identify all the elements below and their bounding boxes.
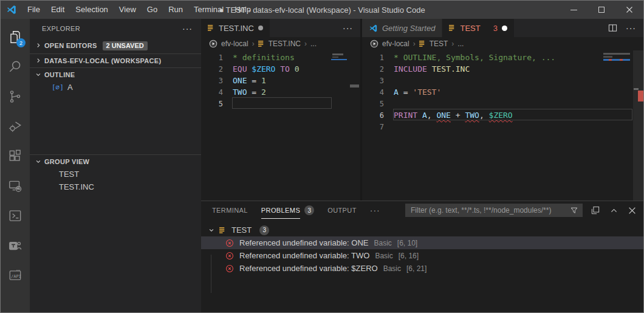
code-area-1[interactable]: 1* definitions2EQU $ZERO TO 03ONE = 14TW… — [201, 50, 360, 201]
file-lines-icon — [258, 40, 265, 47]
menu-view[interactable]: View — [114, 1, 142, 19]
problem-row[interactable]: Referenced undefined variable: ONEBasic[… — [201, 236, 643, 249]
menu-go[interactable]: Go — [142, 1, 163, 19]
api-icon: /API — [7, 267, 23, 283]
filter-input[interactable] — [411, 206, 570, 215]
panel-tabs-more-icon[interactable]: ··· — [370, 201, 380, 219]
code-line[interactable]: 4A = 'TEST' — [362, 86, 643, 98]
panel-tab-problems[interactable]: PROBLEMS 3 — [261, 201, 314, 219]
error-icon — [225, 252, 234, 260]
breadcrumb-item[interactable]: TEST — [430, 40, 448, 48]
source-control-icon — [7, 89, 23, 105]
code-token: 0 — [295, 64, 300, 74]
problem-rows: Referenced undefined variable: ONEBasic[… — [201, 236, 643, 275]
code-line[interactable]: 1* OUTLINE, Symbols, Signature, ... — [362, 52, 643, 63]
line-number: 1 — [201, 53, 223, 62]
panel-tab-output[interactable]: OUTPUT — [327, 201, 357, 219]
code-line[interactable]: 2EQU $ZERO TO 0 — [201, 63, 360, 75]
minimap-error-mark — [620, 59, 623, 61]
line-text: TWO = 2 — [233, 88, 266, 97]
editor-actions-icon[interactable]: ··· — [343, 23, 353, 33]
menu-edit[interactable]: Edit — [46, 1, 70, 19]
line-number: 4 — [201, 88, 223, 97]
activity-search[interactable] — [1, 52, 30, 81]
problem-row[interactable]: Referenced undefined variable: $ZEROBasi… — [201, 262, 643, 275]
maximize-button[interactable] — [587, 1, 615, 19]
activity-teams[interactable] — [1, 230, 30, 260]
tab-getting-started[interactable]: Getting Started — [362, 19, 442, 37]
code-token: 'TEST' — [413, 88, 441, 97]
breadcrumbs-group-2: efv-local›TEST›... — [362, 37, 643, 50]
maximize-panel-icon[interactable] — [610, 207, 618, 215]
problems-group-row[interactable]: TEST 3 — [201, 224, 643, 236]
line-number: 5 — [362, 100, 384, 108]
line-text: ONE = 1 — [233, 76, 266, 85]
tab-error-count: 3 — [493, 24, 498, 33]
minimap — [603, 53, 630, 55]
code-line[interactable]: 3ONE = 1 — [201, 75, 360, 86]
code-line[interactable]: 2INCLUDE TEST.INC — [362, 63, 643, 75]
activity-source-control[interactable] — [1, 81, 30, 111]
section-workspace[interactable]: DATAS-EFV-LOCAL (WORKSPACE) — [30, 53, 201, 67]
title-bar: FileEditSelectionViewGoRunTerminalHelp ●… — [1, 1, 643, 19]
problems-tree: TEST 3 Referenced undefined variable: ON… — [201, 219, 643, 275]
overview-ruler[interactable] — [633, 50, 643, 201]
activity-explorer[interactable]: 2 — [1, 22, 30, 52]
filter-funnel-icon[interactable] — [570, 206, 578, 215]
editor-actions-icon[interactable]: ··· — [626, 23, 636, 33]
modified-dot-icon[interactable] — [258, 26, 263, 30]
split-editor-icon[interactable] — [608, 24, 617, 32]
teams-icon — [7, 238, 23, 253]
code-token: * definitions — [233, 53, 295, 62]
activity-terminal-view[interactable] — [1, 201, 30, 230]
menu-selection[interactable]: Selection — [70, 1, 113, 19]
sidebar-actions-icon[interactable]: ··· — [182, 24, 193, 33]
tab-testinc[interactable]: TEST.INC — [201, 19, 270, 37]
code-token: ONE — [233, 76, 247, 85]
code-token: TO — [280, 64, 290, 74]
chevron-down-icon — [208, 227, 214, 233]
activity-remote-explorer[interactable] — [1, 171, 30, 201]
tab-test[interactable]: TEST 3 — [442, 19, 514, 37]
section-outline[interactable]: OUTLINE — [30, 67, 201, 81]
menu-file[interactable]: File — [22, 1, 46, 19]
close-icon — [626, 6, 633, 13]
close-panel-icon[interactable] — [628, 207, 636, 215]
scrollbar-thumb[interactable] — [350, 84, 359, 88]
line-text: A = 'TEST' — [394, 88, 441, 97]
modified-dot-icon[interactable] — [502, 26, 507, 31]
problem-row[interactable]: Referenced undefined variable: TWOBasic[… — [201, 249, 643, 262]
activity-run-debug[interactable] — [1, 111, 30, 141]
activity-api-view[interactable]: /API — [1, 260, 30, 290]
file-lines-icon — [419, 40, 426, 47]
code-line[interactable]: 4TWO = 2 — [201, 86, 360, 98]
breadcrumb-separator: › — [304, 40, 307, 48]
code-line[interactable]: 7 — [362, 121, 643, 132]
group-count-badge: 3 — [259, 225, 269, 235]
code-line[interactable]: 3 — [362, 75, 643, 86]
code-token: EQU — [233, 64, 247, 74]
activity-extensions[interactable] — [1, 141, 30, 171]
file-lines-icon — [449, 24, 456, 32]
minimize-button[interactable] — [560, 1, 587, 19]
section-group-view[interactable]: GROUP VIEW — [30, 154, 201, 168]
svg-text:/API: /API — [11, 273, 21, 278]
open-in-editor-icon[interactable] — [591, 206, 600, 215]
breadcrumb-item[interactable]: TEST.INC — [269, 40, 301, 48]
breadcrumb-item[interactable]: efv-local — [382, 40, 409, 48]
menu-run[interactable]: Run — [163, 1, 188, 19]
chevron-down-icon — [35, 159, 41, 165]
problem-message: Referenced undefined variable: TWO — [239, 251, 369, 260]
group-view-item-test[interactable]: TEST — [30, 168, 201, 181]
code-area-2[interactable]: 1* OUTLINE, Symbols, Signature, ...2INCL… — [362, 50, 643, 201]
line-number: 4 — [362, 88, 384, 97]
breadcrumb-item[interactable]: efv-local — [221, 40, 248, 48]
group-view-item-testinc[interactable]: TEST.INC — [30, 181, 201, 193]
close-button[interactable] — [615, 1, 643, 19]
outline-item-a[interactable]: [∅] A — [30, 81, 201, 94]
breadcrumb-item[interactable]: ... — [457, 40, 464, 48]
code-line[interactable]: 5 — [362, 98, 643, 109]
breadcrumb-item[interactable]: ... — [310, 40, 317, 48]
panel-tab-terminal[interactable]: TERMINAL — [212, 201, 248, 219]
section-open-editors[interactable]: OPEN EDITORS 2 UNSAVED — [30, 39, 201, 52]
